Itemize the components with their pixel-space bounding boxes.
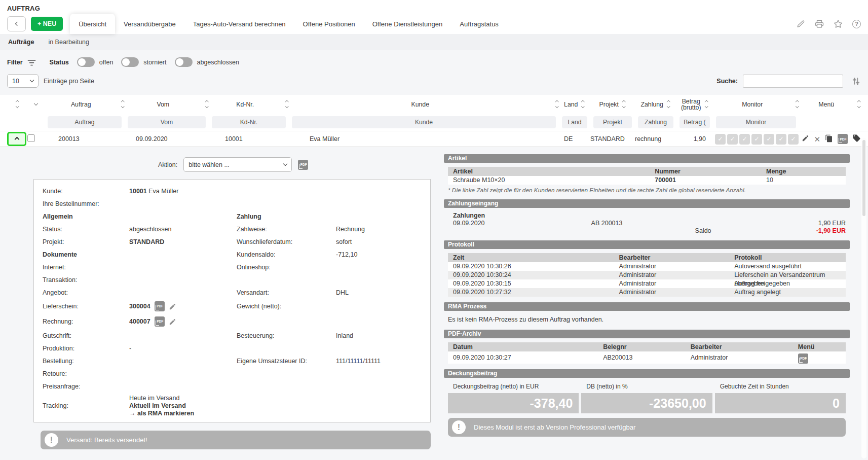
check-icon[interactable]: ✓ (727, 134, 738, 145)
sort-icon[interactable] (795, 100, 800, 109)
title-bar: AUFTRAG (0, 0, 868, 14)
collapse-row-button[interactable] (7, 132, 26, 146)
column-menue[interactable]: Menü (799, 101, 854, 108)
check-icon[interactable]: ✓ (715, 134, 726, 145)
projekt-value: STANDARD (129, 237, 237, 246)
sort-icon[interactable] (285, 100, 289, 109)
tab-auftragstatus[interactable]: Auftragstatus (451, 14, 507, 34)
filter-chip-auftrag[interactable]: Auftrag (48, 116, 122, 128)
status-value: abgeschlossen (129, 225, 237, 234)
column-auftrag[interactable]: Auftrag (45, 101, 118, 108)
filter-icon[interactable] (27, 58, 36, 66)
check-icon[interactable]: ✓ (776, 134, 786, 145)
toggle-abgeschlossen[interactable] (175, 57, 193, 67)
column-zahlung[interactable]: Zahlung (641, 101, 663, 108)
tab-tages-auto-versand[interactable]: Tages-Auto-Versand berechnen (184, 14, 294, 34)
pdf-icon[interactable]: PDF (155, 301, 165, 311)
filter-chip-kdnr[interactable]: Kd-Nr. (212, 116, 286, 128)
edit-icon[interactable] (797, 20, 805, 28)
check-icon[interactable]: ✓ (764, 134, 774, 145)
section-title: Protokoll (444, 240, 850, 249)
back-button[interactable] (7, 16, 26, 31)
column-projekt[interactable]: Projekt (599, 101, 619, 108)
column-kdnr[interactable]: Kd-Nr. (209, 101, 282, 108)
toggle-knob (176, 58, 183, 66)
chevron-down-icon[interactable] (34, 101, 38, 105)
help-icon[interactable]: ? (852, 20, 861, 28)
toggle-offen[interactable] (77, 57, 95, 67)
column-settings-icon[interactable] (851, 77, 861, 86)
column-vom[interactable]: Vom (125, 101, 202, 108)
rma-text: Es ist kein RMA-Prozess zu diesem Auftra… (444, 315, 850, 324)
filter-chip-betrag[interactable]: Betrag ( (680, 116, 710, 128)
cell-kunde: Eva Müller (289, 135, 559, 143)
tracking-rma-link[interactable]: → als RMA markieren (129, 410, 237, 417)
filter-chip-zahlung[interactable]: Zahlung (638, 116, 673, 128)
filter-chip-vom[interactable]: Vom (128, 116, 206, 128)
subnav-in-bearbeitung[interactable]: in Bearbeitung (48, 39, 89, 46)
pdf-icon[interactable]: PDF (298, 160, 308, 170)
aktion-select[interactable]: bitte wählen ... (183, 157, 292, 172)
tag-icon[interactable] (852, 134, 861, 144)
row-checkbox[interactable] (27, 134, 35, 142)
filter-chip-kunde[interactable]: Kunde (292, 116, 556, 128)
zahlung-betrag: 1,90 EUR (780, 220, 846, 227)
tab-versanduebergabe[interactable]: Versandübergabe (115, 14, 184, 34)
toggle-storniert[interactable] (121, 57, 139, 67)
bestellnummer-label: Ihre Bestellnummer: (34, 199, 129, 208)
scrollbar-thumb[interactable] (862, 140, 865, 216)
check-icon[interactable]: ✓ (788, 134, 799, 145)
search-input[interactable] (743, 75, 843, 88)
column-betrag[interactable]: Betrag(brutto) (681, 98, 701, 111)
saldo-value: -1,90 EUR (780, 227, 846, 235)
sort-icon[interactable] (555, 100, 559, 109)
edit-icon[interactable] (802, 134, 809, 144)
check-icon[interactable]: ✓ (739, 134, 750, 145)
lieferschein-number[interactable]: 300004 (129, 302, 150, 311)
sort-icon[interactable] (205, 100, 209, 109)
sort-icon[interactable] (704, 100, 709, 109)
sort-icon[interactable] (622, 100, 626, 109)
filter-chip-projekt[interactable]: Projekt (593, 116, 632, 128)
artikel-col-artikel: Artikel (448, 167, 655, 176)
zahlung-beleg[interactable]: AB 200013 (591, 220, 780, 227)
cancel-icon[interactable]: ✕ (814, 135, 820, 143)
transaktion-label: Transaktion: (34, 275, 129, 285)
print-icon[interactable] (815, 19, 824, 28)
ust-label: Eigene Umsatzsteuer ID: (237, 357, 336, 366)
tracking-line2[interactable]: Aktuell im Versand (129, 402, 237, 410)
pdf-icon[interactable]: PDF (798, 353, 808, 364)
column-monitor[interactable]: Monitor (713, 101, 792, 108)
cell-auftrag[interactable]: 200013 (45, 135, 125, 143)
pdf-icon[interactable]: PDF (838, 134, 848, 144)
saldo-label: Saldo (591, 227, 780, 235)
pdfarchiv-col-bearbeiter: Bearbeiter (691, 342, 798, 351)
edit-icon[interactable] (169, 318, 176, 326)
filter-chip-land[interactable]: Land (562, 116, 587, 128)
sort-icon[interactable] (666, 100, 671, 109)
wunschlieferdatum-value: sofort (336, 237, 430, 246)
copy-icon[interactable] (825, 134, 833, 144)
filter-chip-monitor[interactable]: Monitor (716, 116, 796, 128)
subnav-auftraege[interactable]: Aufträge (8, 39, 34, 46)
rechnung-number[interactable]: 400007 (129, 317, 150, 326)
star-icon[interactable] (834, 19, 843, 28)
artikel-name[interactable]: Schraube M10×20 (448, 176, 655, 185)
sort-icon[interactable] (15, 100, 20, 109)
new-button[interactable]: + NEU (31, 17, 63, 31)
check-icon[interactable]: ✓ (751, 134, 762, 145)
tab-offene-positionen[interactable]: Offene Positionen (294, 14, 364, 34)
sort-icon[interactable] (581, 100, 585, 109)
tab-offene-dienstleistungen[interactable]: Offene Dienstleistungen (364, 14, 451, 34)
pdf-icon[interactable]: PDF (155, 316, 165, 327)
column-land[interactable]: Land (564, 101, 578, 108)
per-page-select[interactable]: 10 (7, 74, 39, 88)
column-kunde[interactable]: Kunde (289, 101, 552, 108)
sort-icon[interactable] (857, 100, 861, 109)
tab-uebersicht[interactable]: Übersicht (70, 14, 115, 34)
edit-icon[interactable] (169, 303, 176, 310)
sort-icon[interactable] (121, 100, 125, 109)
scrollbar[interactable] (861, 138, 866, 458)
artikel-nummer[interactable]: 700001 (655, 176, 766, 185)
search-label: Suche: (716, 78, 738, 85)
